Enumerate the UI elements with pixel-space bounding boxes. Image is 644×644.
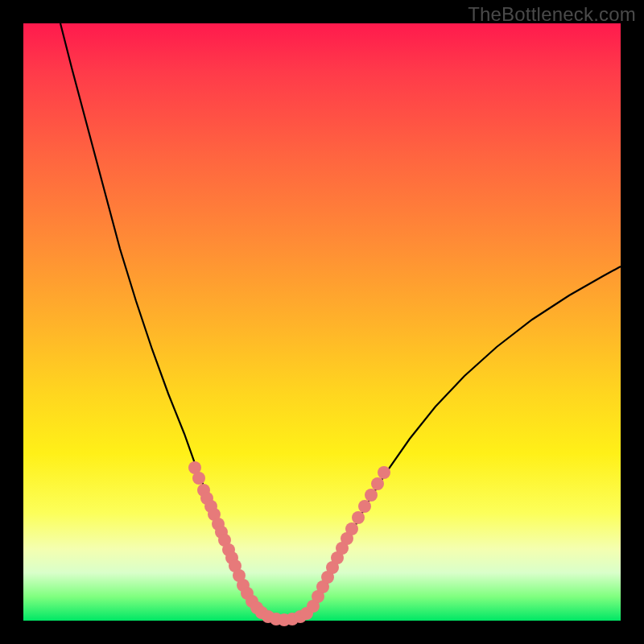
chart-plot-area xyxy=(23,23,621,621)
watermark-text: TheBottleneck.com xyxy=(468,3,636,26)
highlight-dot xyxy=(345,522,358,535)
highlight-dot xyxy=(352,511,365,524)
bottleneck-curve xyxy=(23,23,621,621)
highlight-dot xyxy=(192,472,205,485)
curve-path xyxy=(60,23,621,620)
highlight-dots xyxy=(188,461,390,626)
chart-frame: TheBottleneck.com xyxy=(0,0,644,644)
highlight-dot xyxy=(378,466,390,479)
highlight-dot xyxy=(371,477,384,490)
highlight-dot xyxy=(365,489,378,502)
highlight-dot xyxy=(358,500,371,513)
